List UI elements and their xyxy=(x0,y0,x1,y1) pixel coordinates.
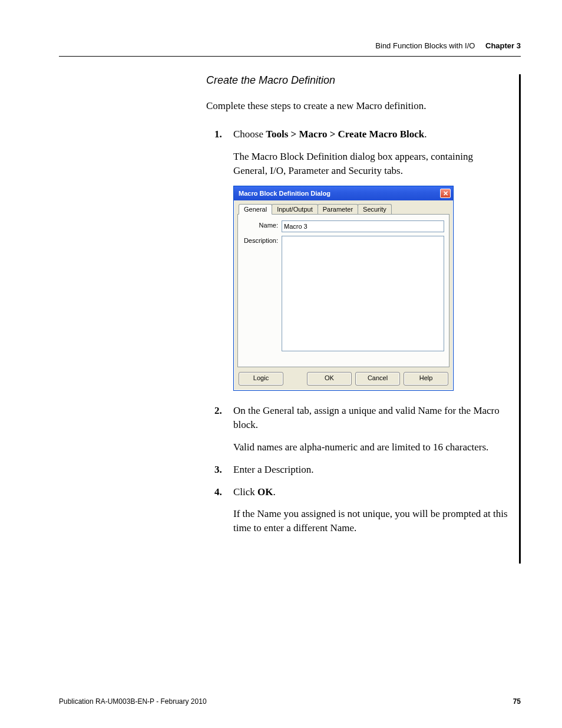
tab-strip: General Input/Output Parameter Security xyxy=(237,204,449,215)
description-field[interactable] xyxy=(282,236,444,351)
name-label: Name: xyxy=(243,220,282,232)
header-rule xyxy=(59,56,521,57)
step-3: 3. Enter a Description. xyxy=(206,463,508,477)
tab-security[interactable]: Security xyxy=(358,204,392,214)
step-4-follow: If the Name you assigned is not unique, … xyxy=(233,507,508,535)
dialog-title: Macro Block Definition Dialog xyxy=(239,190,330,197)
help-button[interactable]: Help xyxy=(404,372,448,386)
description-label: Description: xyxy=(243,236,282,351)
macro-block-definition-dialog: Macro Block Definition Dialog ✕ General … xyxy=(233,186,454,391)
cancel-button[interactable]: Cancel xyxy=(355,372,400,386)
step-number: 4. xyxy=(214,485,222,499)
ok-button[interactable]: OK xyxy=(307,372,352,386)
step-2-follow: Valid names are alpha-numeric and are li… xyxy=(233,440,508,454)
tab-input-output[interactable]: Input/Output xyxy=(272,204,318,214)
tab-general[interactable]: General xyxy=(239,204,272,215)
page-number: 75 xyxy=(513,697,521,706)
section-heading: Create the Macro Definition xyxy=(206,74,508,87)
step-1-follow: The Macro Block Definition dialog box ap… xyxy=(233,150,508,178)
dialog-titlebar[interactable]: Macro Block Definition Dialog ✕ xyxy=(234,186,453,200)
step-number: 3. xyxy=(214,463,222,477)
section-title: Bind Function Blocks with I/O xyxy=(375,41,475,50)
name-field[interactable] xyxy=(282,220,444,232)
step-number: 2. xyxy=(214,404,222,418)
chapter-label: Chapter 3 xyxy=(485,41,521,50)
page-footer: Publication RA-UM003B-EN-P - February 20… xyxy=(59,697,521,706)
step-4: 4. Click OK. If the Name you assigned is… xyxy=(206,485,508,535)
intro-text: Complete these steps to create a new Mac… xyxy=(206,100,508,113)
tab-panel-general: Name: Description: xyxy=(237,215,449,367)
step-1: 1. Choose Tools > Macro > Create Macro B… xyxy=(206,127,508,177)
step-2: 2. On the General tab, assign a unique a… xyxy=(206,404,508,454)
logic-button[interactable]: Logic xyxy=(239,372,283,386)
publication-id: Publication RA-UM003B-EN-P - February 20… xyxy=(59,697,207,706)
page-header: Bind Function Blocks with I/O Chapter 3 xyxy=(59,41,521,50)
dialog-screenshot: Macro Block Definition Dialog ✕ General … xyxy=(233,186,508,391)
step-number: 1. xyxy=(214,127,222,141)
close-icon[interactable]: ✕ xyxy=(440,189,451,198)
tab-parameter[interactable]: Parameter xyxy=(318,204,358,214)
